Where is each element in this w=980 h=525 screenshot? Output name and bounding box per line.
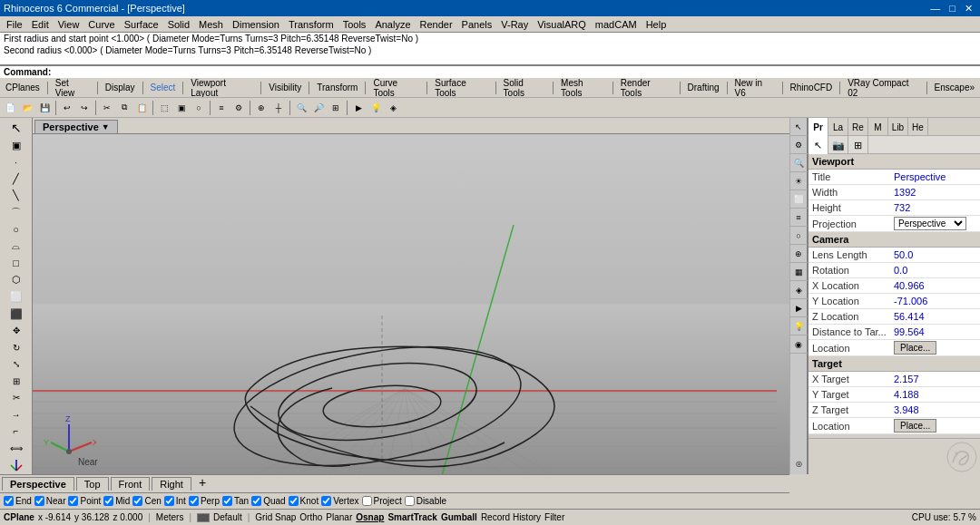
maximize-btn[interactable]: □	[946, 3, 959, 15]
si-icon-10[interactable]: ◈	[789, 281, 808, 299]
tool-curve[interactable]: ⌒	[4, 205, 29, 220]
si-icon-9[interactable]: ▦	[789, 263, 808, 281]
menu-tools[interactable]: Tools	[338, 18, 371, 31]
planar[interactable]: Planar	[326, 512, 352, 522]
menu-analyze[interactable]: Analyze	[370, 18, 415, 31]
si-icon-bottom[interactable]: ◎	[789, 454, 808, 472]
si-icon-3[interactable]: 🔍	[789, 154, 808, 172]
tool-extrude[interactable]: ⬛	[4, 306, 29, 322]
rtab-render[interactable]: Re	[848, 118, 868, 136]
tb-icon-new[interactable]: 📄	[2, 100, 18, 116]
tb-new-in-v6[interactable]: New in V6	[731, 78, 779, 98]
tb-visibility[interactable]: Visibility	[265, 83, 305, 92]
tb-icon-select-window[interactable]: ▣	[173, 100, 190, 116]
smarttrack[interactable]: SmartTrack	[387, 512, 436, 522]
tb-icon-open[interactable]: 📂	[19, 100, 35, 116]
snap-cen[interactable]: Cen	[132, 496, 161, 506]
tb-icon-zoom-in[interactable]: 🔍	[293, 100, 309, 116]
tool-trim[interactable]: ✂	[4, 390, 29, 405]
snap-point[interactable]: Point	[68, 496, 101, 506]
tb-curve-tools[interactable]: Curve Tools	[369, 78, 423, 98]
tb-drafting[interactable]: Drafting	[684, 83, 723, 92]
gumball[interactable]: Gumball	[441, 512, 477, 522]
rpi-cursor[interactable]: ↖	[808, 136, 828, 154]
tb-icon-zoom-out[interactable]: 🔎	[310, 100, 327, 116]
tb-vray-compact[interactable]: VRay Compact 02	[844, 78, 922, 98]
tb-cplanes[interactable]: CPlanes	[2, 83, 44, 92]
snap-tan[interactable]: Tan	[222, 496, 249, 506]
prop-target-location-btn[interactable]: Place...	[894, 419, 936, 433]
tb-icon-ortho[interactable]: ┼	[270, 100, 287, 116]
tb-icon-zoom-all[interactable]: ⊞	[328, 100, 344, 116]
tb-icon-properties[interactable]: ⚙	[230, 100, 247, 116]
rtab-materials[interactable]: M	[868, 118, 888, 136]
snap-project[interactable]: Project	[362, 496, 402, 506]
snap-end[interactable]: End	[4, 496, 32, 506]
tool-mirror[interactable]: ⊞	[4, 374, 29, 389]
viewport-tab-perspective[interactable]: Perspective ▼	[34, 120, 118, 133]
si-icon-13[interactable]: ◉	[789, 335, 808, 354]
rtab-library[interactable]: Lib	[888, 118, 908, 136]
tb-transform[interactable]: Transform	[313, 83, 361, 92]
tool-transform-move[interactable]: ✥	[4, 323, 29, 338]
tb-surface-tools[interactable]: Surface Tools	[431, 78, 491, 98]
tool-point[interactable]: ·	[4, 155, 29, 170]
tool-window-select[interactable]: ▣	[4, 138, 29, 153]
viewport-canvas[interactable]: X Y Z Near	[33, 134, 789, 474]
snap-vertex[interactable]: Vertex	[321, 496, 358, 506]
tb-icon-copy[interactable]: ⧉	[116, 100, 132, 116]
tb-icon-redo[interactable]: ↪	[76, 100, 93, 116]
tb-solid-tools[interactable]: Solid Tools	[500, 78, 550, 98]
snap-disable[interactable]: Disable	[405, 496, 446, 506]
tool-select-cursor[interactable]: ↖	[4, 120, 29, 136]
menu-curve[interactable]: Curve	[83, 18, 119, 31]
si-icon-4[interactable]: ☀	[789, 172, 808, 190]
tool-polyline[interactable]: ╲	[4, 189, 29, 204]
tb-icon-undo[interactable]: ↩	[59, 100, 75, 116]
tool-rectangle[interactable]: □	[4, 256, 29, 271]
si-icon-1[interactable]: ↖	[789, 118, 808, 136]
menu-visualarq[interactable]: VisualARQ	[533, 18, 591, 31]
tb-enscape[interactable]: Enscape»	[931, 83, 978, 92]
si-icon-5[interactable]: ⬜	[789, 190, 808, 209]
tb-icon-material[interactable]: ◈	[385, 100, 401, 116]
rtab-help[interactable]: He	[908, 118, 928, 136]
tool-surface[interactable]: ⬜	[4, 289, 29, 305]
tb-icon-cut[interactable]: ✂	[99, 100, 115, 116]
tb-render-tools[interactable]: Render Tools	[617, 78, 676, 98]
btab-top[interactable]: Top	[76, 477, 109, 491]
btab-add[interactable]: +	[193, 474, 211, 491]
menu-solid[interactable]: Solid	[163, 18, 194, 31]
btab-front[interactable]: Front	[111, 477, 151, 491]
tb-mesh-tools[interactable]: Mesh Tools	[557, 78, 609, 98]
tb-icon-snap[interactable]: ⊕	[253, 100, 270, 116]
tool-xyz-icon[interactable]	[4, 458, 29, 473]
snap-perp[interactable]: Perp	[189, 496, 220, 506]
snap-mid[interactable]: Mid	[103, 496, 130, 506]
si-icon-6[interactable]: ≡	[789, 209, 808, 227]
tool-arc[interactable]: ⌓	[4, 239, 29, 255]
snap-knot[interactable]: Knot	[289, 496, 319, 506]
tb-viewport-layout[interactable]: Viewport Layout	[187, 78, 257, 98]
prop-cam-location-btn[interactable]: Place...	[894, 341, 936, 355]
prop-projection-select[interactable]: Perspective Parallel	[894, 217, 966, 230]
tool-fillet[interactable]: ⌐	[4, 424, 29, 440]
tb-display[interactable]: Display	[102, 83, 139, 92]
viewport-tab-arrow[interactable]: ▼	[102, 122, 110, 131]
snap-near[interactable]: Near	[34, 496, 66, 506]
menu-transform[interactable]: Transform	[284, 18, 338, 31]
tb-icon-select-all[interactable]: ⬚	[156, 100, 172, 116]
menu-vray[interactable]: V-Ray	[496, 18, 533, 31]
record-history[interactable]: Record History	[481, 512, 541, 522]
tb-icon-deselect[interactable]: ○	[191, 100, 207, 116]
tool-line[interactable]: ╱	[4, 171, 29, 187]
menu-edit[interactable]: Edit	[27, 18, 54, 31]
menu-view[interactable]: View	[54, 18, 84, 31]
tb-icon-render[interactable]: ▶	[350, 100, 367, 116]
tool-rotate[interactable]: ↻	[4, 340, 29, 355]
snap-int[interactable]: Int	[164, 496, 186, 506]
menu-dimension[interactable]: Dimension	[228, 18, 284, 31]
tb-rhinocfd[interactable]: RhinoCFD	[787, 83, 837, 92]
tb-icon-paste[interactable]: 📋	[133, 100, 150, 116]
menu-panels[interactable]: Panels	[457, 18, 497, 31]
